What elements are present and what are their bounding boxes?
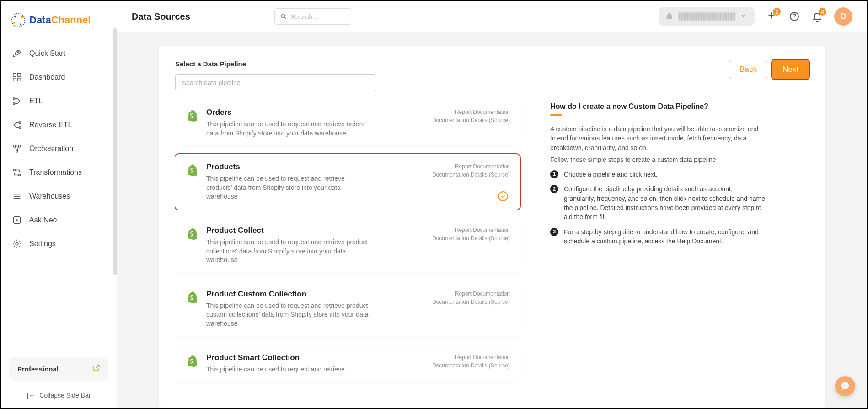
sidebar-item-ask-neo[interactable]: Ask Neo [6,209,111,231]
pipeline-links: Report Documentation Documentation Detai… [432,353,510,370]
chevron-down-icon [740,12,747,21]
pipeline-list[interactable]: Orders This pipeline can be used to requ… [175,100,527,398]
help-step: 2Configure the pipeline by providing det… [550,184,765,221]
sparkle-badge: 2 [773,8,781,16]
svg-point-1 [21,16,23,18]
sidebar-item-label: ETL [29,97,43,105]
gear-icon [12,239,22,249]
svg-rect-7 [18,74,21,76]
help-panel: How do I create a new Custom Data Pipeli… [550,100,765,398]
svg-rect-9 [18,78,21,81]
svg-point-4 [14,16,16,18]
doc-details-link[interactable]: Documentation Details (Source) [432,298,510,306]
transformations-icon [12,167,22,178]
rocket-icon [12,48,22,59]
sidebar-item-quick-start[interactable]: Quick Start [6,42,111,65]
plan-box[interactable]: Professional [9,357,108,381]
page-title: Data Sources [132,11,190,22]
pipeline-card[interactable]: Orders This pipeline can be used to requ… [175,100,520,146]
plan-label: Professional [17,365,59,373]
pipeline-links: Report Documentation Documentation Detai… [432,226,510,242]
topbar: Data Sources 2 4 [117,1,867,32]
bag-icon [666,12,674,21]
pipeline-desc: This pipeline can be used to request and… [206,120,371,138]
doc-details-link[interactable]: Documentation Details (Source) [432,234,510,242]
help-title: How do I create a new Custom Data Pipeli… [550,102,765,111]
svg-rect-8 [13,78,16,81]
pipeline-card[interactable]: Products This pipeline can be used to re… [175,154,520,210]
pipeline-links: Report Documentation Documentation Detai… [432,290,510,306]
avatar[interactable]: D [834,7,852,26]
pipeline-panel: Select a Data Pipeline Back Next Orders … [158,46,826,408]
pipeline-card[interactable]: Product Collect This pipeline can be use… [175,218,520,273]
sidebar-item-transformations[interactable]: Transformations [6,161,111,184]
pipeline-desc: This pipeline can be used to request and… [206,238,371,265]
sparkle-button[interactable]: 2 [766,11,777,22]
svg-point-18 [19,174,21,176]
account-selector[interactable] [659,7,755,26]
svg-point-10 [13,98,15,100]
sidebar-nav: Quick Start Dashboard ETL Reverse ETL Or… [1,41,117,351]
collapse-icon: |← [27,392,35,399]
pipeline-card[interactable]: Product Custom Collection This pipeline … [175,281,520,337]
search-input[interactable] [291,13,346,21]
account-name-blurred [679,12,735,21]
shopify-icon [185,163,199,177]
step-text: Choose a pipeline and click next. [564,170,658,179]
help-step: 1Choose a pipeline and click next. [550,170,765,179]
collapse-sidebar[interactable]: |← Collapse Side Bar [9,392,108,399]
sidebar-item-orchestration[interactable]: Orchestration [6,137,111,160]
svg-point-0 [12,14,25,27]
doc-details-link[interactable]: Documentation Details (Source) [432,171,510,179]
pipeline-links: Report Documentation Documentation Detai… [432,162,510,179]
sidebar-item-etl[interactable]: ETL [6,90,111,113]
help-intro-2: Follow these simple steps to create a cu… [550,155,765,164]
sidebar-item-label: Warehouses [29,192,70,200]
svg-point-5 [17,52,19,53]
sidebar-scrollbar[interactable] [113,28,117,275]
notifications-button[interactable]: 4 [811,11,823,22]
report-doc-link[interactable]: Report Documentation [432,290,510,298]
svg-point-16 [16,150,18,152]
next-button[interactable]: Next [772,60,809,79]
sidebar-item-settings[interactable]: Settings [6,232,111,255]
svg-line-27 [284,17,286,19]
report-doc-link[interactable]: Report Documentation [432,108,510,116]
svg-point-31 [846,385,847,386]
svg-point-29 [843,385,844,386]
back-button[interactable]: Back [729,60,767,79]
external-link-icon [93,364,100,373]
svg-point-11 [13,103,15,105]
svg-point-3 [20,23,22,25]
svg-point-17 [14,169,16,171]
logo-text: DataChannel [29,14,91,26]
sidebar-item-reverse-etl[interactable]: Reverse ETL [6,113,111,136]
doc-details-link[interactable]: Documentation Details (Source) [432,361,510,370]
svg-point-13 [19,127,21,129]
doc-details-link[interactable]: Documentation Details (Source) [432,116,510,124]
report-doc-link[interactable]: Report Documentation [432,353,510,361]
help-button[interactable] [788,11,800,22]
sidebar-item-dashboard[interactable]: Dashboard [6,66,111,89]
logo[interactable]: DataChannel [1,1,117,41]
grid-icon [12,72,22,82]
pipeline-search-input[interactable] [175,74,376,91]
shopify-icon [185,109,199,123]
sidebar-item-label: Quick Start [29,49,65,58]
search-icon [280,12,287,21]
sidebar-item-warehouses[interactable]: Warehouses [6,185,111,208]
pipeline-links: Report Documentation Documentation Detai… [432,108,510,124]
chat-fab[interactable] [835,376,855,396]
report-doc-link[interactable]: Report Documentation [432,226,510,234]
report-doc-link[interactable]: Report Documentation [432,162,510,171]
reverse-etl-icon [12,120,22,130]
warehouses-icon [12,191,22,201]
step-text: Configure the pipeline by providing deta… [564,184,765,221]
pipeline-card[interactable]: Product Smart Collection This pipeline c… [175,345,520,382]
shopify-icon [185,354,199,368]
svg-point-25 [16,242,18,245]
help-intro-1: A custom pipeline is a data pipeline tha… [550,124,765,152]
search-box[interactable] [274,8,352,25]
pipeline-desc: This pipeline can be used to request and… [206,174,371,201]
collapse-label: Collapse Side Bar [39,392,91,399]
